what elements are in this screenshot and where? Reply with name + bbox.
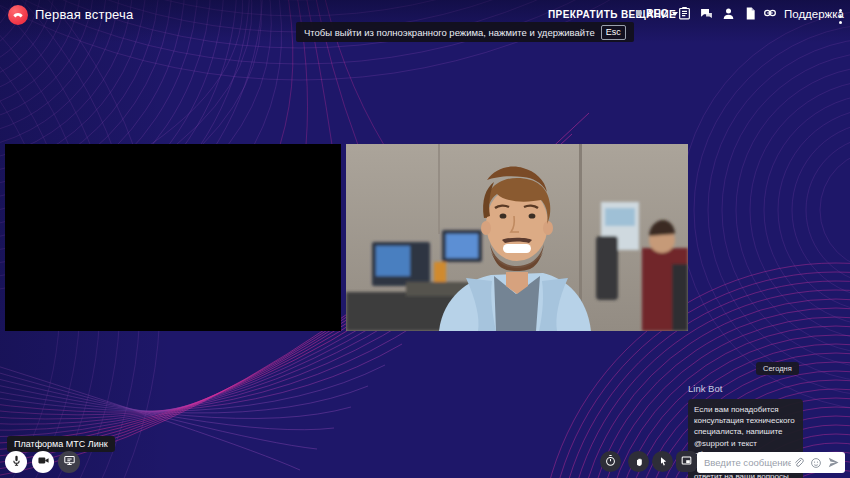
layout-icon [680, 453, 693, 471]
cursor-icon [657, 453, 669, 471]
chat-button[interactable] [698, 7, 714, 23]
layout-button[interactable] [676, 451, 697, 472]
hangup-button[interactable] [8, 5, 28, 25]
meeting-title: Первая встреча [35, 7, 134, 22]
agenda-board-icon [677, 6, 692, 25]
file-icon [743, 6, 758, 25]
timer-button[interactable] [600, 451, 621, 472]
copy-link-button[interactable] [762, 7, 778, 23]
speaker-video-frame [346, 144, 688, 331]
chat-sender-name: Link Bot [688, 383, 722, 394]
attach-button[interactable] [791, 456, 804, 469]
person-icon [721, 6, 736, 25]
screen-share-icon [63, 453, 76, 471]
camera-button[interactable] [32, 451, 54, 473]
microphone-icon [10, 453, 23, 471]
agenda-board-button[interactable] [676, 7, 692, 23]
link-icon [762, 5, 778, 25]
video-tile-empty[interactable] [5, 144, 341, 331]
rec-dropdown[interactable]: REC [636, 7, 678, 19]
microphone-button[interactable] [5, 451, 27, 473]
chat-icon [699, 6, 714, 25]
screen-share-button[interactable] [58, 451, 80, 473]
phone-down-icon [12, 6, 24, 24]
rec-dot-icon [636, 10, 642, 16]
video-tile-speaker[interactable] [346, 144, 688, 331]
files-button[interactable] [742, 7, 758, 23]
send-button[interactable] [827, 456, 840, 469]
chat-message-input[interactable] [697, 457, 791, 468]
camera-icon [37, 453, 50, 471]
rec-label: REC [646, 7, 668, 19]
chat-input-row [697, 452, 845, 473]
banner-text: Чтобы выйти из полноэкранного режима, на… [304, 27, 595, 38]
more-menu-button[interactable] [834, 8, 846, 25]
participants-button[interactable] [720, 7, 736, 23]
webinar-window: Первая встреча ПРЕКРАТИТЬ ВЕЩАНИЕ REC По… [0, 0, 850, 478]
emoji-button[interactable] [809, 456, 822, 469]
raise-hand-button[interactable] [628, 451, 649, 472]
raise-hand-icon [633, 453, 645, 471]
platform-tooltip: Платформа МТС Линк [7, 436, 115, 452]
esc-keycap: Esc [601, 25, 626, 40]
timer-icon [604, 453, 617, 471]
fullscreen-exit-banner: Чтобы выйти из полноэкранного режима, на… [296, 22, 634, 42]
chat-date-badge: Сегодня [756, 362, 799, 375]
pointer-button[interactable] [652, 451, 673, 472]
